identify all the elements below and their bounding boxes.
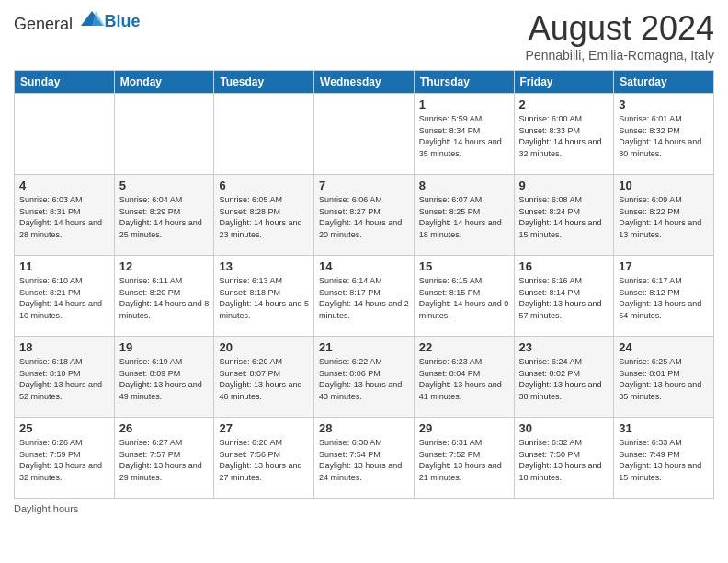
table-row: 3Sunrise: 6:01 AMSunset: 8:32 PMDaylight…: [614, 94, 714, 175]
page: General Blue August 2024 Pennabilli, Emi…: [0, 0, 728, 563]
day-info: Sunrise: 6:04 AMSunset: 8:29 PMDaylight:…: [119, 194, 210, 240]
week-row-4: 25Sunrise: 6:26 AMSunset: 7:59 PMDayligh…: [15, 418, 714, 499]
table-row: 19Sunrise: 6:19 AMSunset: 8:09 PMDayligh…: [114, 337, 214, 418]
day-info: Sunrise: 6:01 AMSunset: 8:32 PMDaylight:…: [619, 113, 709, 159]
day-number: 26: [119, 421, 210, 435]
day-info: Sunrise: 5:59 AMSunset: 8:34 PMDaylight:…: [419, 113, 509, 159]
table-row: 22Sunrise: 6:23 AMSunset: 8:04 PMDayligh…: [414, 337, 514, 418]
table-row: 13Sunrise: 6:13 AMSunset: 8:18 PMDayligh…: [214, 256, 314, 337]
table-row: [214, 94, 314, 175]
table-row: 8Sunrise: 6:07 AMSunset: 8:25 PMDaylight…: [414, 175, 514, 256]
day-number: 9: [519, 178, 609, 192]
logo-text-blue: Blue: [105, 12, 141, 30]
table-row: 6Sunrise: 6:05 AMSunset: 8:28 PMDaylight…: [214, 175, 314, 256]
svg-marker-1: [92, 11, 105, 26]
day-number: 14: [319, 259, 409, 273]
day-number: 16: [519, 259, 609, 273]
col-friday: Friday: [514, 71, 614, 94]
day-number: 23: [519, 340, 609, 354]
col-wednesday: Wednesday: [314, 71, 415, 94]
week-row-3: 18Sunrise: 6:18 AMSunset: 8:10 PMDayligh…: [15, 337, 714, 418]
table-row: [314, 94, 415, 175]
table-row: 1Sunrise: 5:59 AMSunset: 8:34 PMDaylight…: [414, 94, 514, 175]
day-number: 12: [119, 259, 210, 273]
day-number: 31: [619, 421, 709, 435]
table-row: 14Sunrise: 6:14 AMSunset: 8:17 PMDayligh…: [314, 256, 415, 337]
day-number: 24: [619, 340, 709, 354]
header-row: Sunday Monday Tuesday Wednesday Thursday…: [15, 71, 714, 94]
logo: General Blue: [14, 9, 141, 34]
day-info: Sunrise: 6:09 AMSunset: 8:22 PMDaylight:…: [619, 194, 709, 240]
day-info: Sunrise: 6:10 AMSunset: 8:21 PMDaylight:…: [19, 275, 109, 321]
col-tuesday: Tuesday: [214, 71, 314, 94]
main-title: August 2024: [526, 9, 714, 48]
day-info: Sunrise: 6:25 AMSunset: 8:01 PMDaylight:…: [619, 356, 709, 402]
day-number: 25: [19, 421, 109, 435]
table-row: [114, 94, 214, 175]
table-row: [15, 94, 115, 175]
footer: Daylight hours: [14, 503, 714, 514]
day-number: 21: [319, 340, 409, 354]
day-number: 2: [519, 98, 609, 111]
table-row: 9Sunrise: 6:08 AMSunset: 8:24 PMDaylight…: [514, 175, 614, 256]
table-row: 30Sunrise: 6:32 AMSunset: 7:50 PMDayligh…: [514, 418, 614, 499]
day-info: Sunrise: 6:33 AMSunset: 7:49 PMDaylight:…: [619, 437, 709, 483]
day-number: 6: [219, 178, 309, 192]
day-info: Sunrise: 6:22 AMSunset: 8:06 PMDaylight:…: [319, 356, 409, 402]
logo-text-general: General: [14, 15, 73, 33]
day-number: 18: [19, 340, 109, 354]
week-row-0: 1Sunrise: 5:59 AMSunset: 8:34 PMDaylight…: [15, 94, 714, 175]
table-row: 18Sunrise: 6:18 AMSunset: 8:10 PMDayligh…: [15, 337, 115, 418]
day-info: Sunrise: 6:20 AMSunset: 8:07 PMDaylight:…: [219, 356, 309, 402]
table-row: 11Sunrise: 6:10 AMSunset: 8:21 PMDayligh…: [15, 256, 115, 337]
table-row: 7Sunrise: 6:06 AMSunset: 8:27 PMDaylight…: [314, 175, 415, 256]
day-info: Sunrise: 6:15 AMSunset: 8:15 PMDaylight:…: [419, 275, 509, 321]
day-info: Sunrise: 6:19 AMSunset: 8:09 PMDaylight:…: [119, 356, 210, 402]
day-info: Sunrise: 6:31 AMSunset: 7:52 PMDaylight:…: [419, 437, 509, 483]
day-info: Sunrise: 6:16 AMSunset: 8:14 PMDaylight:…: [519, 275, 609, 321]
day-info: Sunrise: 6:27 AMSunset: 7:57 PMDaylight:…: [119, 437, 210, 483]
day-info: Sunrise: 6:14 AMSunset: 8:17 PMDaylight:…: [319, 275, 409, 321]
day-number: 30: [519, 421, 609, 435]
day-info: Sunrise: 6:07 AMSunset: 8:25 PMDaylight:…: [419, 194, 509, 240]
day-number: 1: [419, 98, 509, 111]
table-row: 5Sunrise: 6:04 AMSunset: 8:29 PMDaylight…: [114, 175, 214, 256]
table-row: 26Sunrise: 6:27 AMSunset: 7:57 PMDayligh…: [114, 418, 214, 499]
day-info: Sunrise: 6:13 AMSunset: 8:18 PMDaylight:…: [219, 275, 309, 321]
day-number: 27: [219, 421, 309, 435]
header: General Blue August 2024 Pennabilli, Emi…: [14, 9, 714, 63]
table-row: 31Sunrise: 6:33 AMSunset: 7:49 PMDayligh…: [614, 418, 714, 499]
table-row: 24Sunrise: 6:25 AMSunset: 8:01 PMDayligh…: [614, 337, 714, 418]
table-row: 2Sunrise: 6:00 AMSunset: 8:33 PMDaylight…: [514, 94, 614, 175]
col-sunday: Sunday: [15, 71, 115, 94]
table-row: 16Sunrise: 6:16 AMSunset: 8:14 PMDayligh…: [514, 256, 614, 337]
col-thursday: Thursday: [414, 71, 514, 94]
day-number: 13: [219, 259, 309, 273]
day-info: Sunrise: 6:05 AMSunset: 8:28 PMDaylight:…: [219, 194, 309, 240]
day-number: 7: [319, 178, 409, 192]
day-number: 29: [419, 421, 509, 435]
day-info: Sunrise: 6:17 AMSunset: 8:12 PMDaylight:…: [619, 275, 709, 321]
day-info: Sunrise: 6:32 AMSunset: 7:50 PMDaylight:…: [519, 437, 609, 483]
col-saturday: Saturday: [614, 71, 714, 94]
week-row-1: 4Sunrise: 6:03 AMSunset: 8:31 PMDaylight…: [15, 175, 714, 256]
table-row: 20Sunrise: 6:20 AMSunset: 8:07 PMDayligh…: [214, 337, 314, 418]
calendar-table: Sunday Monday Tuesday Wednesday Thursday…: [14, 70, 714, 499]
day-number: 15: [419, 259, 509, 273]
table-row: 17Sunrise: 6:17 AMSunset: 8:12 PMDayligh…: [614, 256, 714, 337]
day-info: Sunrise: 6:06 AMSunset: 8:27 PMDaylight:…: [319, 194, 409, 240]
day-info: Sunrise: 6:00 AMSunset: 8:33 PMDaylight:…: [519, 113, 609, 159]
day-info: Sunrise: 6:11 AMSunset: 8:20 PMDaylight:…: [119, 275, 210, 321]
day-info: Sunrise: 6:26 AMSunset: 7:59 PMDaylight:…: [19, 437, 109, 483]
day-number: 20: [219, 340, 309, 354]
day-number: 22: [419, 340, 509, 354]
subtitle: Pennabilli, Emilia-Romagna, Italy: [526, 48, 714, 63]
day-number: 8: [419, 178, 509, 192]
title-section: August 2024 Pennabilli, Emilia-Romagna, …: [526, 9, 714, 63]
day-info: Sunrise: 6:18 AMSunset: 8:10 PMDaylight:…: [19, 356, 109, 402]
logo-icon: [79, 9, 105, 29]
table-row: 29Sunrise: 6:31 AMSunset: 7:52 PMDayligh…: [414, 418, 514, 499]
col-monday: Monday: [114, 71, 214, 94]
week-row-2: 11Sunrise: 6:10 AMSunset: 8:21 PMDayligh…: [15, 256, 714, 337]
day-info: Sunrise: 6:23 AMSunset: 8:04 PMDaylight:…: [419, 356, 509, 402]
